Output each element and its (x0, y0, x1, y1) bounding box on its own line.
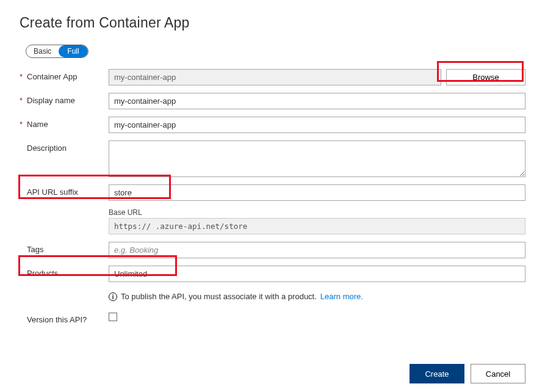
products-label: Products (27, 269, 58, 278)
name-label: Name (27, 120, 48, 129)
name-input[interactable] (109, 117, 525, 133)
info-icon: i (109, 292, 117, 301)
page-title: Create from Container App (20, 15, 525, 31)
base-url-value: https:// .azure-api.net/store (109, 218, 525, 234)
view-toggle[interactable]: Basic Full (26, 45, 88, 58)
tags-label: Tags (27, 245, 43, 254)
cancel-button[interactable]: Cancel (471, 364, 525, 383)
learn-more-link[interactable]: Learn more. (320, 292, 363, 301)
display-name-label: Display name (27, 96, 75, 105)
container-app-label: Container App (27, 72, 77, 81)
description-label: Description (27, 143, 67, 153)
tags-input[interactable] (109, 242, 525, 258)
version-api-checkbox[interactable] (109, 313, 117, 321)
base-url-label: Base URL (109, 208, 525, 217)
info-text: To publish the API, you must associate i… (121, 292, 317, 301)
description-input[interactable] (109, 140, 525, 177)
display-name-input[interactable] (109, 93, 525, 109)
browse-button[interactable]: Browse (446, 69, 525, 85)
api-url-suffix-label: API URL suffix (27, 187, 78, 197)
toggle-basic[interactable]: Basic (26, 45, 59, 57)
version-api-label: Version this API? (27, 315, 87, 324)
container-app-input (109, 69, 441, 85)
products-input[interactable] (109, 266, 525, 282)
create-button[interactable]: Create (410, 364, 464, 383)
toggle-full[interactable]: Full (59, 45, 87, 57)
api-url-suffix-input[interactable] (109, 184, 525, 201)
